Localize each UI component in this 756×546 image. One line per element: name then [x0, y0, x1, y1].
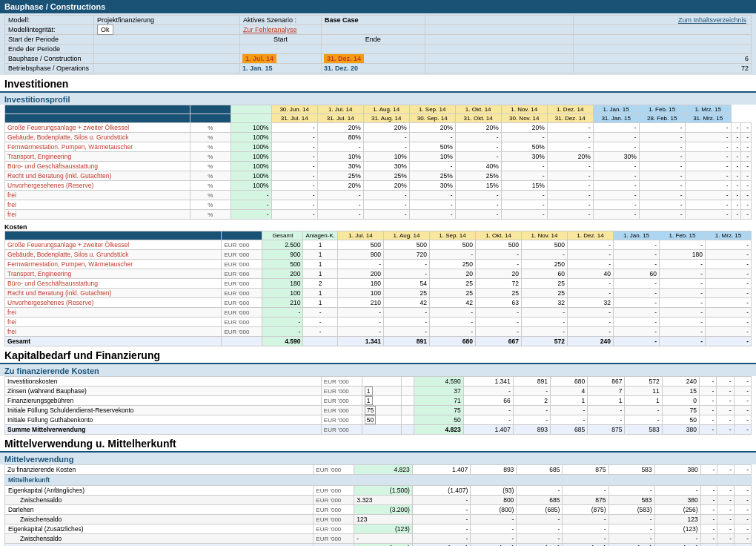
mg-gesamt: (4.823): [354, 544, 412, 547]
ip-p4: -: [455, 152, 501, 162]
mh-p5: -: [609, 534, 654, 544]
k-p3: -: [430, 250, 476, 260]
mg-p8: -: [717, 544, 735, 547]
mh-p1: -: [412, 515, 470, 524]
mh-unit: EUR '000: [314, 486, 354, 496]
k-p3: 250: [430, 260, 476, 269]
mg-p2: (893): [471, 544, 517, 547]
kap-p6: 0: [662, 396, 699, 406]
k-p1: 900: [338, 250, 384, 260]
kap-unit: EUR '000: [321, 406, 362, 415]
k-p3: 25: [430, 279, 476, 289]
k-p9: -: [706, 298, 752, 308]
mh-p2: (800): [471, 505, 517, 515]
k-p3: 500: [430, 240, 476, 250]
kap-p3: 4: [550, 387, 587, 396]
k-p2: -: [384, 318, 430, 327]
toc-link[interactable]: Zum Inhaltsverzeichnis: [573, 16, 751, 25]
ip-extra2: -: [741, 123, 752, 133]
ip-p6: -: [547, 191, 593, 200]
ip-p6: -: [547, 142, 593, 152]
mh-gesamt: (1.500): [354, 486, 412, 496]
invest-profile-row: Gebäude, Bodenplatte, Silos u. Grundstüc…: [5, 133, 752, 142]
k-p8: -: [660, 308, 706, 318]
ip-extra: -: [731, 200, 741, 210]
k-p5: -: [522, 250, 568, 260]
k-p6: 32: [568, 298, 614, 308]
kapital-row: Initiale Füllung Schuldendienst-Reservek…: [5, 406, 752, 415]
k-p8: -: [660, 298, 706, 308]
kap-box: 1: [362, 396, 401, 406]
mh-label: Eigenkapital (Zusätzliches): [5, 524, 314, 534]
ip-extra2: -: [741, 152, 752, 162]
ip-val: 100%: [231, 181, 271, 191]
ip-p6: -: [547, 171, 593, 181]
kap-p9: -: [734, 377, 751, 387]
mh-p8: -: [717, 486, 735, 496]
ip-p9: -: [685, 162, 731, 171]
mh-p5: (583): [609, 505, 654, 515]
mh-p7: -: [700, 505, 717, 515]
mh-label: Zwischensaldo: [5, 534, 314, 544]
th2-p3: 30. Sep. 14: [409, 114, 455, 123]
ip-p6: -: [547, 162, 593, 171]
mh-unit: EUR '000: [314, 505, 354, 515]
k-p2: 720: [384, 250, 430, 260]
mh-p3: -: [517, 515, 563, 524]
mh-p5: -: [609, 515, 654, 524]
mh-p3: -: [517, 524, 563, 534]
ip-p4: 40%: [455, 162, 501, 171]
k-p4: -: [476, 327, 522, 337]
mh-p9: -: [735, 515, 752, 524]
error-link[interactable]: Zur Fehleranalyse: [239, 25, 321, 35]
mg-p6: (380): [654, 544, 700, 547]
kosten-unit: [222, 337, 262, 346]
th-p1: 1. Jul. 14: [317, 105, 363, 114]
mh-p1: -: [412, 505, 470, 515]
ip-unit: %: [190, 191, 231, 200]
k-p4: 63: [476, 298, 522, 308]
mh-p9: -: [735, 486, 752, 496]
ip-p9: -: [685, 142, 731, 152]
invest-profile-row: Fernwärmestation, Pumpen, Wärmetauscher …: [5, 142, 752, 152]
ip-extra2: -: [741, 162, 752, 171]
kap-p9: -: [734, 387, 751, 396]
mg-p4: (875): [563, 544, 609, 547]
k-p6: -: [568, 240, 614, 250]
invest-profile-row: Büro- und Geschäftsausstattung % 100% - …: [5, 162, 752, 171]
kapital-row: Zinsen (während Bauphase) EUR '000 1 37 …: [5, 387, 752, 396]
ip-p5: 30%: [501, 152, 547, 162]
k-p2: -: [384, 327, 430, 337]
kosten-gesamt-total: 4.590: [262, 337, 303, 346]
k-p9: -: [706, 269, 752, 279]
kosten-row: Unvorhergesehenes (Reserve) EUR '000 210…: [5, 298, 752, 308]
kth-gesamt: Gesamt: [262, 231, 303, 240]
mh-p4: -: [563, 524, 609, 534]
mv-p8: -: [717, 465, 735, 475]
ip-val: 100%: [231, 123, 271, 133]
ip-extra: -: [731, 162, 741, 171]
k-p8: -: [660, 269, 706, 279]
th2-desc: [5, 114, 190, 123]
ip-p7: -: [593, 200, 639, 210]
mh-p7: -: [700, 496, 717, 505]
ip-label: Transport, Engineering: [5, 152, 190, 162]
k-p8: -: [660, 327, 706, 337]
th-p3: 1. Sep. 14: [409, 105, 455, 114]
ip-label: frei: [5, 200, 190, 210]
ip-p1: 80%: [317, 133, 363, 142]
mh-p4: -: [563, 534, 609, 544]
kapitalbedarf-section: Kapitalbedarf und Finanzierung Zu finanz…: [0, 346, 756, 435]
kth-anlagen: Anlagen-K.: [303, 231, 338, 240]
ip-unit: %: [190, 210, 231, 220]
ip-val: -: [231, 200, 271, 210]
mh-row: Zwischensaldo EUR '000 3.323 -8006858755…: [5, 496, 752, 505]
kosten-table: Gesamt Anlagen-K. 1. Jul. 14 1. Aug. 14 …: [4, 231, 752, 346]
k-label: Fernwärmestation, Pumpen, Wärmetauscher: [5, 260, 222, 269]
page-title: Bauphase / Constructions: [4, 2, 105, 11]
ip-label: Fernwärmestation, Pumpen, Wärmetauscher: [5, 142, 190, 152]
k-unit: EUR '000: [222, 260, 262, 269]
mh-label: Zwischensaldo: [5, 496, 314, 505]
ip-p1: 20%: [317, 123, 363, 133]
ip-p0: -: [271, 123, 317, 133]
